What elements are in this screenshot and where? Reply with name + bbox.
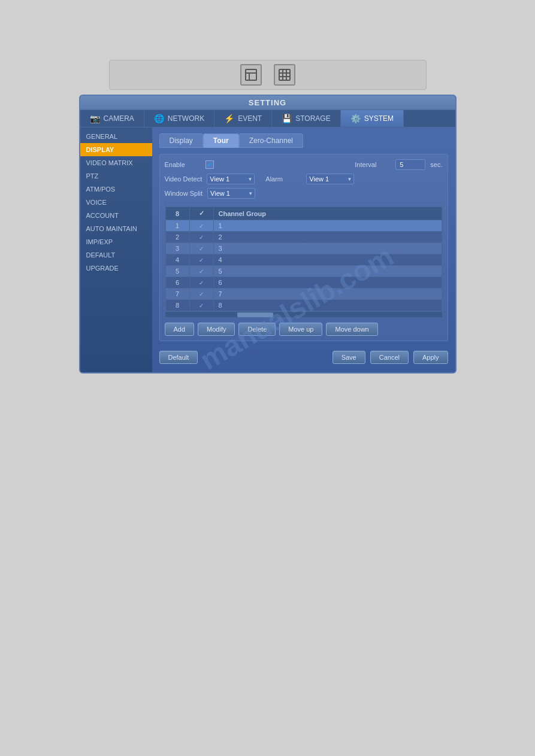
sidebar-item-upgrade-label: UPGRADE [86,265,119,272]
row-check: ✓ [189,300,213,311]
channel-group-table: 8 ✓ Channel Group 1 ✓ 1 2 ✓ 2 3 ✓ 3 [165,207,442,311]
table-row[interactable]: 4 ✓ 4 [165,254,442,266]
row-num: 7 [165,289,189,300]
alarm-select-wrapper: View 1 View 2 View 3 View 4 [306,174,354,184]
table-row[interactable]: 1 ✓ 1 [165,220,442,232]
alarm-select[interactable]: View 1 View 2 View 3 View 4 [306,174,354,184]
sidebar-item-account-label: ACCOUNT [86,212,119,219]
table-row[interactable]: 3 ✓ 3 [165,243,442,254]
sidebar-item-default[interactable]: DEFAULT [80,248,152,262]
table-row[interactable]: 2 ✓ 2 [165,232,442,243]
row-check: ✓ [189,289,213,300]
apply-button[interactable]: Apply [413,351,448,364]
row-num: 6 [165,277,189,289]
scroll-thumb[interactable] [237,312,273,317]
tab-camera-label: CAMERA [104,114,134,123]
horizontal-scrollbar[interactable] [165,311,442,317]
network-icon: 🌐 [154,114,164,123]
tab-network-label: NETWORK [168,114,204,123]
sidebar-item-account[interactable]: ACCOUNT [80,209,152,222]
tab-camera[interactable]: 📷 CAMERA [80,110,144,127]
row-num: 1 [165,220,189,232]
content-area: GENERAL DISPLAY VIDEO MATRIX PTZ ATM/POS… [80,127,455,372]
event-icon: ⚡ [224,114,234,123]
row-check: ✓ [189,277,213,289]
sec-label: sec. [430,161,442,168]
enable-interval-row: Enable Interval sec. [165,159,443,170]
sidebar-item-ptz-label: PTZ [86,172,99,180]
row-group: 5 [213,266,442,277]
row-num: 4 [165,254,189,266]
sidebar-item-ptz[interactable]: PTZ [80,169,152,183]
table-header-num: 8 [165,207,189,220]
sidebar-item-imp-exp[interactable]: IMP/EXP [80,235,152,248]
tab-storage-label: STORAGE [295,114,330,123]
video-detect-select[interactable]: View 1 View 2 View 3 View 4 [207,174,255,184]
window-split-row: Window Split View 1 View 2 View 3 View 4 [165,188,443,199]
sidebar-item-atm-pos-label: ATM/POS [86,186,116,193]
row-check: ✓ [189,243,213,254]
move-up-button[interactable]: Move up [279,323,322,336]
row-group: 2 [213,232,442,243]
sidebar-item-voice[interactable]: VOICE [80,196,152,209]
row-num: 3 [165,243,189,254]
video-detect-label: Video Detect [165,175,202,183]
svg-rect-3 [279,69,290,80]
default-button[interactable]: Default [159,351,198,364]
interval-input[interactable] [395,159,425,170]
sidebar-item-default-label: DEFAULT [86,251,116,259]
camera-icon: 📷 [90,114,100,123]
sidebar-item-imp-exp-label: IMP/EXP [86,238,113,245]
row-group: 6 [213,277,442,289]
save-button[interactable]: Save [333,351,365,364]
subtab-tour-label: Tour [213,136,229,145]
table-row[interactable]: 6 ✓ 6 [165,277,442,289]
subtab-zero-channel[interactable]: Zero-Channel [239,133,303,148]
tab-network[interactable]: 🌐 NETWORK [144,110,214,127]
nav-tabs: 📷 CAMERA 🌐 NETWORK ⚡ EVENT 💾 STORAGE ⚙️ … [80,110,455,127]
sidebar-item-general-label: GENERAL [86,133,118,140]
subtab-display-label: Display [170,136,193,145]
row-num: 8 [165,300,189,311]
table-header-group: Channel Group [213,207,442,220]
tab-storage[interactable]: 💾 STORAGE [272,110,340,127]
move-down-button[interactable]: Move down [326,323,377,336]
window-split-select[interactable]: View 1 View 2 View 3 View 4 [207,188,255,199]
table-row[interactable]: 5 ✓ 5 [165,266,442,277]
setting-title: SETTING [80,96,455,110]
subtab-display[interactable]: Display [159,133,203,148]
video-detect-select-wrapper: View 1 View 2 View 3 View 4 [207,174,255,184]
sidebar-item-general[interactable]: GENERAL [80,130,152,143]
tab-system[interactable]: ⚙️ SYSTEM [341,110,404,127]
add-button[interactable]: Add [165,323,195,336]
top-icon-bar [109,60,427,90]
enable-checkbox[interactable] [205,160,214,169]
row-check: ✓ [189,220,213,232]
subtab-zero-channel-label: Zero-Channel [249,136,293,145]
sidebar-item-auto-maintain-label: AUTO MAINTAIN [86,225,137,232]
sidebar-item-voice-label: VOICE [86,199,107,206]
table-row[interactable]: 7 ✓ 7 [165,289,442,300]
modify-button[interactable]: Modify [198,323,235,336]
table-row[interactable]: 8 ✓ 8 [165,300,442,311]
sidebar-item-upgrade[interactable]: UPGRADE [80,262,152,275]
tab-system-label: SYSTEM [364,114,394,123]
sidebar-item-video-matrix-label: VIDEO MATRIX [86,159,133,166]
sidebar-item-atm-pos[interactable]: ATM/POS [80,183,152,196]
row-num: 5 [165,266,189,277]
screen-split-icon[interactable] [274,64,295,86]
screen-icon[interactable] [240,64,262,86]
cancel-button[interactable]: Cancel [370,351,409,364]
table-container: 8 ✓ Channel Group 1 ✓ 1 2 ✓ 2 3 ✓ 3 [165,202,443,318]
row-check: ✓ [189,254,213,266]
tab-event[interactable]: ⚡ EVENT [214,110,272,127]
subtab-tour[interactable]: Tour [203,133,239,148]
sidebar-item-auto-maintain[interactable]: AUTO MAINTAIN [80,222,152,235]
sidebar-item-video-matrix[interactable]: VIDEO MATRIX [80,156,152,169]
tab-event-label: EVENT [238,114,262,123]
delete-button[interactable]: Delete [238,323,276,336]
table-header-check: ✓ [189,207,213,220]
row-check: ✓ [189,232,213,243]
row-group: 3 [213,243,442,254]
sidebar-item-display[interactable]: DISPLAY [80,143,152,156]
